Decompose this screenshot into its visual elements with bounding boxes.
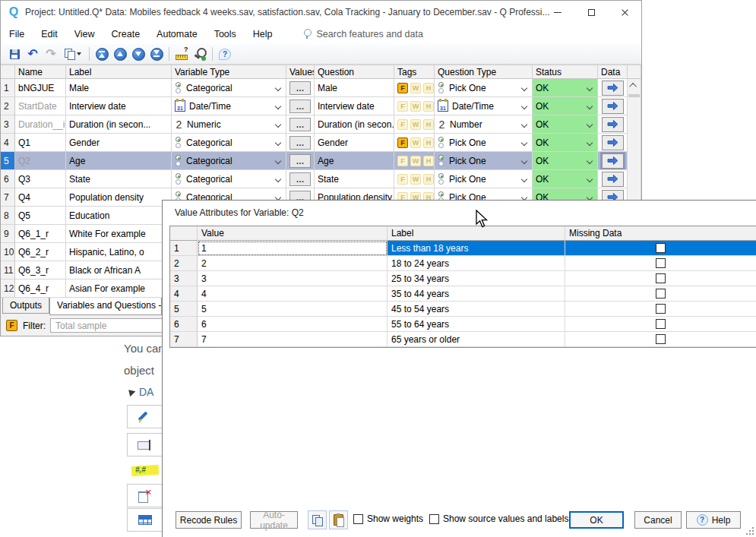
cell-variable-type[interactable]: Numeric: [172, 115, 286, 134]
help-button[interactable]: ?: [216, 46, 234, 62]
row-number[interactable]: 8: [1, 207, 15, 225]
cell-status[interactable]: OK: [533, 79, 598, 97]
cell-question[interactable]: Male: [315, 79, 394, 97]
col-question-type[interactable]: Question Type: [435, 65, 533, 79]
tag-f[interactable]: F: [397, 83, 408, 93]
table-row[interactable]: 6 Q3 State Categorical … State FWH Pick …: [1, 170, 641, 188]
ruler-search-button[interactable]: [172, 46, 191, 62]
cell-variable-type[interactable]: Categorical: [172, 134, 286, 152]
cell-name[interactable]: Duration__in_sec...: [15, 115, 66, 134]
col-name[interactable]: Name: [15, 65, 66, 79]
cell-label[interactable]: Less than 18 years: [387, 241, 565, 256]
go-to-data-button[interactable]: [602, 99, 624, 114]
col-label[interactable]: Label: [66, 65, 172, 79]
cell-status[interactable]: OK: [533, 170, 598, 188]
value-row[interactable]: 4 4 35 to 44 years: [170, 286, 756, 302]
cell-status[interactable]: OK: [533, 115, 598, 134]
cell-value[interactable]: 6: [198, 317, 387, 332]
cell-variable-type[interactable]: Date/Time: [172, 97, 286, 115]
cell-name[interactable]: Q2: [15, 152, 66, 170]
cell-name[interactable]: Q6_3_r: [15, 261, 66, 280]
ok-button[interactable]: OK: [569, 511, 624, 529]
cell-question-type[interactable]: Pick One: [435, 152, 533, 170]
cell-question-type[interactable]: Pick One: [435, 79, 533, 97]
missing-checkbox[interactable]: [656, 258, 666, 268]
row-number[interactable]: 7: [1, 188, 15, 207]
tag-f[interactable]: F: [397, 101, 408, 112]
tag-f[interactable]: F: [397, 119, 408, 130]
col-question[interactable]: Question: [315, 65, 394, 79]
show-weights-checkbox[interactable]: Show weights: [353, 513, 423, 524]
menu-file[interactable]: File: [1, 24, 33, 44]
missing-checkbox[interactable]: [656, 289, 666, 299]
cell-question-type[interactable]: Pick One: [435, 134, 533, 152]
scrollbar-track[interactable]: [628, 152, 641, 170]
redo-button[interactable]: ↷: [42, 46, 60, 62]
cell-name[interactable]: StartDate: [15, 97, 66, 115]
cell-label[interactable]: Age: [66, 152, 172, 170]
cell-question-type[interactable]: Number: [435, 115, 533, 134]
database-search-button[interactable]: [191, 46, 209, 62]
value-row[interactable]: 3 3 25 to 34 years: [170, 271, 756, 286]
paste-values-button[interactable]: [329, 510, 348, 529]
show-source-checkbox[interactable]: Show source values and labels: [429, 513, 568, 524]
cell-status[interactable]: OK: [533, 152, 598, 170]
row-number[interactable]: 3: [1, 115, 15, 134]
cell-name[interactable]: Q1: [15, 134, 66, 152]
row-number[interactable]: 5: [170, 302, 198, 317]
missing-checkbox[interactable]: [656, 334, 666, 344]
go-to-data-button[interactable]: [602, 135, 624, 150]
col-data[interactable]: Data: [598, 65, 628, 79]
tab-variables-and-questions[interactable]: Variables and Questions - Mo: [49, 298, 162, 315]
scrollbar-track[interactable]: [628, 79, 641, 97]
values-button[interactable]: …: [289, 100, 311, 113]
filter-input[interactable]: [50, 318, 163, 333]
menu-automate[interactable]: Automate: [148, 24, 206, 44]
cell-name[interactable]: Q6_4_r: [15, 280, 66, 298]
table-row[interactable]: 2 StartDate Interview date Date/Time … I…: [1, 97, 641, 115]
missing-checkbox[interactable]: [656, 319, 666, 329]
col-tags[interactable]: Tags: [394, 65, 435, 79]
cell-label[interactable]: 45 to 54 years: [387, 302, 565, 317]
values-button[interactable]: …: [289, 154, 311, 168]
row-number[interactable]: 11: [1, 261, 15, 280]
cell-label[interactable]: 25 to 34 years: [387, 271, 565, 286]
tag-w[interactable]: W: [410, 83, 421, 93]
cell-label[interactable]: Population density: [66, 188, 172, 207]
table-row[interactable]: 4 Q1 Gender Categorical … Gender FWH Pic…: [1, 134, 641, 152]
cell-label[interactable]: 55 to 64 years: [387, 317, 565, 332]
value-row[interactable]: 6 6 55 to 64 years: [170, 317, 756, 332]
col-variable-type[interactable]: Variable Type: [172, 65, 286, 79]
auto-update-button[interactable]: Auto-update: [250, 511, 298, 529]
scrollbar-track[interactable]: [628, 97, 641, 115]
missing-checkbox[interactable]: [656, 304, 666, 314]
edit-button[interactable]: [127, 405, 163, 428]
cell-name[interactable]: Q6_1_r: [15, 225, 66, 243]
copy-values-button[interactable]: [308, 510, 327, 529]
row-number[interactable]: 10: [1, 243, 15, 261]
cell-variable-type[interactable]: Categorical: [172, 79, 286, 97]
save-button[interactable]: [5, 46, 24, 62]
cell-value[interactable]: 2: [198, 256, 387, 271]
menu-create[interactable]: Create: [103, 24, 149, 44]
row-number[interactable]: 1: [1, 79, 15, 97]
cell-label[interactable]: Black or African A: [66, 261, 172, 280]
cell-question-type[interactable]: Date/Time: [435, 97, 533, 115]
cell-question[interactable]: Interview date: [315, 97, 394, 115]
move-up-button[interactable]: [111, 46, 129, 62]
go-to-data-button[interactable]: [602, 153, 624, 169]
cell-question[interactable]: State: [315, 170, 394, 188]
cell-question-type[interactable]: Pick One: [435, 170, 533, 188]
row-number[interactable]: 7: [170, 332, 198, 347]
cell-name[interactable]: Q4: [15, 188, 66, 207]
values-button[interactable]: …: [289, 118, 311, 131]
values-button[interactable]: …: [289, 136, 311, 150]
rename-button[interactable]: [127, 433, 163, 456]
cell-value[interactable]: 7: [198, 332, 387, 347]
tag-h[interactable]: H: [423, 83, 434, 93]
cell-variable-type[interactable]: Categorical: [172, 170, 286, 188]
row-number[interactable]: 6: [1, 170, 15, 188]
values-highlight-button[interactable]: #,#: [127, 459, 163, 482]
value-row[interactable]: 5 5 45 to 54 years: [170, 302, 756, 317]
value-row[interactable]: 2 2 18 to 24 years: [170, 256, 756, 271]
